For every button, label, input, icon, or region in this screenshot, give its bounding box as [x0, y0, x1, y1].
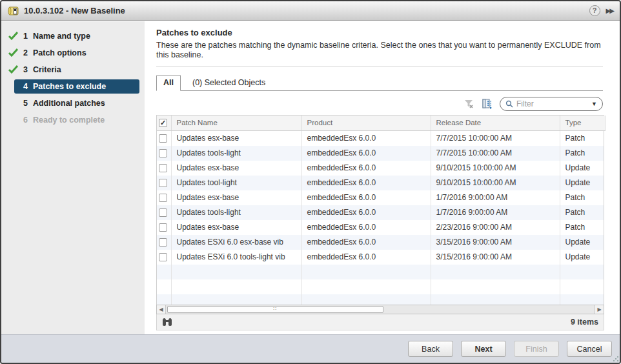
cell-release-date: 2/23/2016 9:00:00 AM [431, 220, 560, 235]
baseline-icon [8, 6, 19, 16]
next-button[interactable]: Next [461, 341, 506, 357]
column-header-product[interactable]: Product [301, 116, 431, 130]
cell-release-date: 3/15/2016 9:00:00 AM [431, 250, 560, 265]
cell-product: embeddedEsx 6.0.0 [301, 190, 431, 205]
step-patch-options[interactable]: 2 Patch options [14, 46, 139, 60]
step-label: Patch options [33, 48, 87, 57]
clear-filter-icon[interactable] [463, 98, 475, 110]
divider [156, 66, 603, 66]
empty-row [157, 279, 604, 294]
cell-patch-name: Updates tools-light [171, 205, 301, 220]
filter-input[interactable] [516, 99, 588, 108]
tab-selected-objects[interactable]: (0) Selected Objects [186, 76, 272, 90]
select-all-checkbox[interactable] [159, 119, 167, 127]
scrollbar-thumb[interactable]: ∷ [167, 306, 383, 313]
cell-type: Patch [560, 220, 604, 235]
table-row[interactable]: Updates ESXi 6.0 tools-light vib embedde… [157, 250, 604, 265]
cell-release-date: 3/15/2016 9:00:00 AM [431, 235, 560, 250]
row-checkbox[interactable] [159, 134, 167, 143]
empty-row [157, 294, 604, 305]
table-row[interactable]: Updates esx-base embeddedEsx 6.0.0 2/23/… [157, 220, 604, 235]
cell-patch-name: Updates esx-base [171, 220, 301, 235]
collapse-icon[interactable]: ▶▶ [606, 7, 613, 14]
filter-dropdown-caret-icon[interactable]: ▼ [591, 101, 597, 107]
cell-release-date: 7/7/2015 10:00:00 AM [431, 146, 560, 161]
scroll-right-arrow-icon[interactable]: ▶ [595, 305, 604, 314]
step-criteria[interactable]: 3 Criteria [14, 63, 139, 77]
cell-patch-name: Updates esx-base [171, 161, 301, 176]
table-row[interactable]: Updates esx-base embeddedEsx 6.0.0 7/7/2… [157, 131, 604, 146]
step-label: Criteria [33, 65, 61, 74]
step-done-check-icon [8, 32, 18, 40]
step-number: 3 [23, 65, 28, 74]
cell-product: embeddedEsx 6.0.0 [301, 161, 431, 176]
table-row[interactable]: Updates esx-base embeddedEsx 6.0.0 9/10/… [157, 161, 604, 176]
grid-toolbar: ▼ [156, 96, 603, 112]
cell-product: embeddedEsx 6.0.0 [301, 250, 431, 265]
scroll-left-arrow-icon[interactable]: ◀ [157, 305, 166, 314]
column-header-release-date[interactable]: Release Date [431, 116, 560, 130]
cell-type: Update [560, 250, 604, 265]
cell-patch-name: Updates esx-base [171, 131, 301, 146]
step-number: 1 [23, 32, 28, 41]
resize-grip[interactable] [613, 356, 618, 361]
table-row[interactable]: Updates ESXi 6.0 esx-base vib embeddedEs… [157, 235, 604, 250]
cell-product: embeddedEsx 6.0.0 [301, 220, 431, 235]
step-ready-to-complete: 6 Ready to complete [14, 113, 139, 127]
cell-release-date: 9/10/2015 10:00:00 AM [431, 161, 560, 176]
cell-product: embeddedEsx 6.0.0 [301, 235, 431, 250]
new-baseline-dialog: 10.0.3.102 - New Baseline ? ▶▶ 1 Name an… [0, 0, 621, 364]
items-count: 9 items [571, 318, 598, 327]
cell-patch-name: Updates tools-light [171, 146, 301, 161]
cell-patch-name: Updates ESXi 6.0 tools-light vib [171, 250, 301, 265]
cancel-button[interactable]: Cancel [567, 341, 612, 357]
grid-status-bar: 9 items [156, 314, 604, 330]
horizontal-scrollbar[interactable]: ◀ ∷ ▶ [156, 305, 604, 314]
wizard-steps-sidebar: 1 Name and type 2 Patch options 3 Criter… [1, 21, 145, 334]
row-checkbox[interactable] [159, 253, 167, 261]
find-binoculars-icon[interactable] [162, 318, 172, 327]
page-title: Patches to exclude [156, 28, 603, 37]
step-patches-to-exclude[interactable]: 4 Patches to exclude [14, 79, 139, 94]
cell-type: Patch [560, 190, 604, 205]
search-icon [505, 100, 513, 108]
dialog-footer: Back Next Finish Cancel [1, 334, 620, 363]
row-checkbox[interactable] [159, 194, 167, 202]
grid-body: Updates esx-base embeddedEsx 6.0.0 7/7/2… [157, 131, 604, 305]
table-row[interactable]: Updates tools-light embeddedEsx 6.0.0 1/… [157, 205, 604, 220]
cell-release-date: 1/7/2016 9:00:00 AM [431, 205, 560, 220]
help-icon[interactable]: ? [589, 5, 600, 16]
back-button[interactable]: Back [408, 341, 453, 357]
row-checkbox[interactable] [159, 223, 167, 232]
row-checkbox[interactable] [159, 208, 167, 217]
cell-type: Patch [560, 146, 604, 161]
row-checkbox[interactable] [159, 149, 167, 157]
cell-type: Update [560, 161, 604, 176]
step-additional-patches[interactable]: 5 Additional patches [14, 96, 139, 110]
cell-type: Patch [560, 205, 604, 220]
row-checkbox[interactable] [159, 164, 167, 172]
column-selector-icon[interactable] [482, 98, 493, 110]
tab-bar: All (0) Selected Objects [156, 75, 603, 91]
column-header-type[interactable]: Type [560, 116, 605, 130]
cell-patch-name: Updates tool-light [171, 176, 301, 190]
table-row[interactable]: Updates esx-base embeddedEsx 6.0.0 1/7/2… [157, 190, 604, 205]
cell-product: embeddedEsx 6.0.0 [301, 146, 431, 161]
row-checkbox[interactable] [159, 179, 167, 187]
cell-type: Update [560, 235, 604, 250]
table-row[interactable]: Updates tools-light embeddedEsx 6.0.0 7/… [157, 146, 604, 161]
cell-patch-name: Updates esx-base [171, 190, 301, 205]
row-checkbox[interactable] [159, 238, 167, 247]
empty-row [157, 265, 604, 279]
table-row[interactable]: Updates tool-light embeddedEsx 6.0.0 9/1… [157, 176, 604, 190]
step-number: 6 [23, 116, 28, 125]
column-header-patch-name[interactable]: Patch Name [171, 116, 301, 130]
step-label: Ready to complete [33, 116, 105, 125]
step-name-and-type[interactable]: 1 Name and type [14, 29, 139, 43]
table-header-row: Patch Name Product Release Date Type [157, 116, 605, 130]
tab-all[interactable]: All [156, 75, 181, 91]
step-number: 2 [23, 48, 28, 57]
window-title: 10.0.3.102 - New Baseline [24, 6, 589, 15]
filter-searchbox[interactable]: ▼ [500, 97, 603, 111]
step-label: Patches to exclude [33, 82, 106, 91]
